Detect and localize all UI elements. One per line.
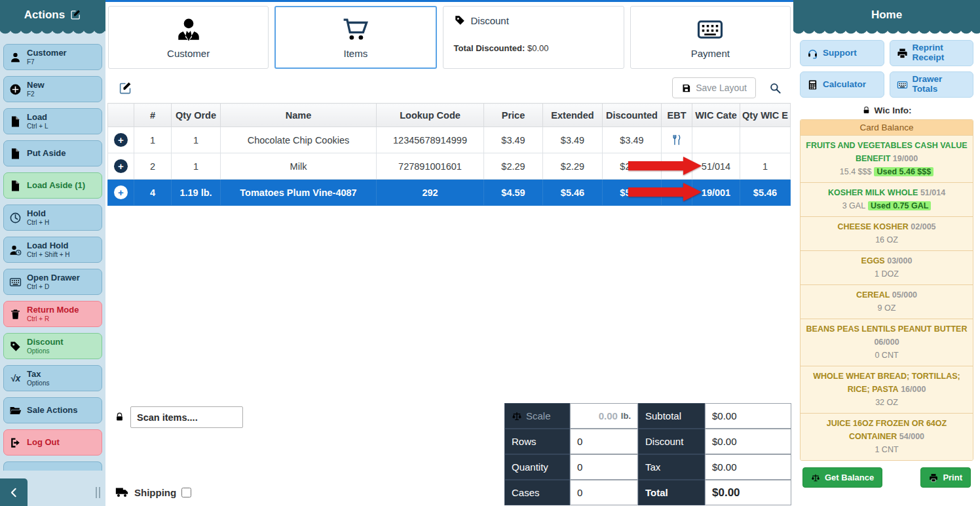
utensils-ebt-icon (671, 134, 683, 146)
wic-balance-item: WHOLE WHEAT BREAD; TORTILLAS; RICE; PAST… (801, 366, 973, 414)
calculator-button[interactable]: Calculator (800, 71, 884, 98)
card-balance-header: Card Balance (801, 120, 973, 136)
scale-label: Scale (504, 403, 570, 429)
shipping-truck-icon (115, 485, 129, 499)
return-mode-button[interactable]: Return ModeCtrl + R (3, 301, 102, 327)
actions-list: CustomerF7 NewF2 LoadCtrl + L Put Aside … (0, 29, 105, 506)
scale-icon (512, 411, 522, 421)
save-layout-button[interactable]: Save Layout (672, 77, 756, 98)
col-lookup-code[interactable]: Lookup Code (377, 104, 484, 127)
scan-items-input[interactable] (130, 406, 243, 428)
shipping-label: Shipping (134, 487, 176, 498)
edit-grid-icon[interactable] (119, 81, 132, 95)
expand-row-button[interactable]: + (114, 159, 128, 173)
quantity-label: Quantity (504, 454, 570, 480)
bottom-panel: Shipping Scale 0.00lb. Subtotal $0.00 Ro… (105, 401, 793, 506)
col-price[interactable]: Price (484, 104, 543, 127)
cart-icon (342, 16, 369, 43)
folder-icon (9, 404, 22, 417)
wic-balance-item: JUICE 16OZ FROZEN OR 64OZ CONTAINER 54/0… (801, 414, 973, 460)
shipping-checkbox[interactable] (181, 488, 191, 497)
cash-register-icon (9, 276, 22, 288)
discount-button[interactable]: DiscountOptions (3, 333, 102, 359)
sidebar-resize-handle[interactable] (96, 487, 100, 498)
clock-icon (9, 212, 22, 224)
discount-label: Discount (638, 429, 705, 454)
tab-customer[interactable]: Customer (108, 6, 269, 69)
drawer-totals-button[interactable]: Drawer Totals (890, 71, 974, 98)
col-qty-ordered[interactable]: Qty Orde (172, 104, 221, 127)
total-discounted: Total Discounted: $0.00 (454, 43, 549, 53)
wic-balance-item: CEREAL 05/000 9 OZ (801, 285, 973, 319)
printer-icon (929, 473, 938, 482)
sale-actions-button[interactable]: Sale Actions (3, 397, 102, 423)
clipped-action-button[interactable] (3, 461, 102, 471)
customer-button[interactable]: CustomerF7 (3, 44, 102, 70)
wic-footer: Get Balance Print (802, 467, 971, 488)
cash-register-icon (897, 79, 908, 90)
tab-payment[interactable]: Payment (630, 6, 791, 69)
load-button[interactable]: LoadCtrl + L (3, 108, 102, 134)
table-row[interactable]: + 1 1 Chocolate Chip Cookies 12345678914… (108, 127, 791, 153)
user-clock-icon (9, 244, 22, 256)
col-ebt[interactable]: EBT (662, 104, 692, 127)
col-extended[interactable]: Extended (543, 104, 603, 127)
plus-circle-icon (9, 83, 22, 96)
discount-value: $0.00 (705, 429, 791, 454)
wic-balance-item: KOSHER MILK WHOLE 51/014 3 GALUsed 0.75 … (801, 183, 973, 217)
print-button[interactable]: Print (920, 467, 971, 488)
wic-balance-item: CHEESE KOSHER 02/005 16 OZ (801, 217, 973, 251)
actions-header: Actions (0, 0, 105, 29)
wic-balance-item: EGGS 03/000 1 DOZ (801, 251, 973, 285)
tab-discount[interactable]: Discount Total Discounted: $0.00 (443, 6, 624, 69)
log-out-button[interactable]: Log Out (3, 429, 102, 456)
tab-items[interactable]: Items (274, 6, 436, 69)
collapse-sidebar-button[interactable] (0, 478, 28, 506)
chevron-left-icon (9, 487, 20, 498)
col-discounted[interactable]: Discounted (603, 104, 662, 127)
items-grid-area: # Qty Orde Name Lookup Code Price Extend… (105, 103, 793, 401)
wic-info-label: Wic Info: (793, 106, 980, 115)
cash-register-icon (696, 16, 724, 43)
lock-icon (862, 106, 871, 115)
col-num[interactable]: # (134, 104, 172, 127)
home-header: Home (793, 0, 980, 29)
support-button[interactable]: Support (800, 40, 884, 66)
wic-balance-item: FRUITS AND VEGETABLES CASH VALUE BENEFIT… (801, 136, 973, 183)
main-panel: Customer Items Discount Total Discounted… (105, 0, 793, 506)
load-aside-button[interactable]: Load Aside (1) (3, 172, 102, 199)
load-hold-button[interactable]: Load HoldCtrl + Shift + H (3, 237, 102, 263)
printer-icon (897, 48, 908, 59)
home-buttons: Support Reprint Receipt Calculator Drawe… (800, 40, 973, 98)
edit-actions-icon[interactable] (70, 9, 81, 20)
col-name[interactable]: Name (221, 104, 377, 127)
search-icon[interactable] (769, 82, 782, 94)
put-aside-button[interactable]: Put Aside (3, 140, 102, 166)
col-wic-category[interactable]: WIC Cate (692, 104, 740, 127)
open-drawer-button[interactable]: Open DrawerCtrl + D (3, 269, 102, 295)
header-row: # Qty Orde Name Lookup Code Price Extend… (108, 104, 791, 127)
user-icon (9, 51, 22, 64)
hold-button[interactable]: HoldCtrl + H (3, 204, 102, 231)
actions-sidebar: Actions CustomerF7 NewF2 LoadCtrl + L Pu… (0, 0, 105, 506)
person-tie-icon (175, 16, 202, 43)
calculator-icon (807, 79, 818, 90)
section-tabs: Customer Items Discount Total Discounted… (105, 2, 793, 73)
tag-icon (454, 14, 466, 26)
tag-icon (9, 340, 22, 353)
expand-row-button[interactable]: + (114, 185, 128, 199)
get-balance-button[interactable]: Get Balance (802, 467, 882, 488)
table-row-selected[interactable]: + 4 1.19 lb. Tomatoes Plum Vine-4087 292… (108, 180, 791, 206)
logout-icon (9, 437, 22, 449)
headset-icon (807, 48, 818, 59)
tax-button[interactable]: √xTaxOptions (3, 365, 102, 391)
document-icon (9, 115, 22, 128)
reprint-receipt-button[interactable]: Reprint Receipt (890, 40, 974, 66)
totals-panel: Scale 0.00lb. Subtotal $0.00 Rows 0 Disc… (504, 401, 791, 505)
table-row[interactable]: + 2 1 Milk 727891001601 $2.29 $2.29 $2.2… (108, 153, 791, 180)
tax-label: Tax (638, 454, 705, 480)
tax-value: $0.00 (705, 454, 791, 480)
col-qty-wic[interactable]: Qty WIC E (740, 104, 791, 127)
expand-row-button[interactable]: + (114, 133, 128, 147)
new-button[interactable]: NewF2 (3, 76, 102, 102)
